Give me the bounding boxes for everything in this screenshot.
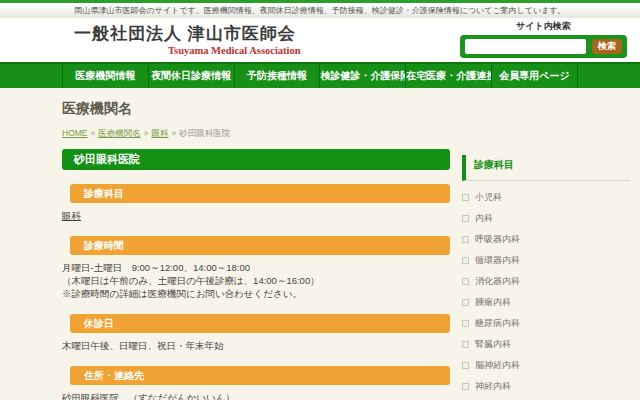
department-link[interactable]: 眼科 [62,210,81,221]
breadcrumb-ophthalmology[interactable]: 眼科 [151,128,168,138]
sidebar-title: 診療科目 [462,155,630,181]
square-bullet-icon [462,278,469,285]
breadcrumb-current: 砂田眼科医院 [179,128,230,138]
closed-days-line: 木曜日午後、日曜日、祝日・年末年始 [62,339,450,352]
site-header: 一般社団法人 津山市医師会 Tsuyama Medical Associatio… [0,18,640,62]
breadcrumb-home[interactable]: HOME [62,128,88,138]
nav-item-medical-institutions[interactable]: 医療機関情報 [62,64,148,88]
section-heading-departments: 診療科目 [70,184,450,203]
sidebar-item-label: 神経内科 [475,380,511,393]
square-bullet-icon [462,215,469,222]
square-bullet-icon [462,236,469,243]
square-bullet-icon [462,362,469,369]
hours-disclaimer: ※診療時間の詳細は医療機関にお問い合わせください。 [62,287,450,300]
main-column: 砂田眼科医院 診療科目 眼科 診療時間 月曜日-土曜日 9:00～12:00、1… [62,149,450,400]
search-button[interactable]: 検索 [592,39,622,54]
sidebar-item-label: 腎臓内科 [475,338,511,351]
square-bullet-icon [462,320,469,327]
search-input[interactable] [465,39,586,54]
clinic-name-kana: 砂田眼科医院 （すなだがんかいいん） [62,391,450,400]
sidebar-item-neurology-brain[interactable]: 脳神経内科 [462,355,630,376]
square-bullet-icon [462,257,469,264]
nav-item-members-page[interactable]: 会員専用ページ [491,64,577,88]
clinic-name-heading: 砂田眼科医院 [62,149,450,170]
nav-item-home-care[interactable]: 在宅医療・介護連携 [405,64,491,88]
sidebar-item-label: 呼吸器内科 [475,233,520,246]
sidebar-item-label: 小児科 [475,191,502,204]
site-title: 一般社団法人 津山市医師会 [74,22,296,45]
square-bullet-icon [462,341,469,348]
sidebar-item-label: 消化器内科 [475,275,520,288]
square-bullet-icon [462,383,469,390]
breadcrumb-separator: » [91,128,96,138]
section-heading-hours: 診療時間 [70,236,450,255]
nav-item-night-holiday-care[interactable]: 夜間休日診療情報 [148,64,234,88]
search-box: 検索 [460,35,627,58]
main-nav: 医療機関情報 夜間休日診療情報 予防接種情報 検診健診・介護保険 在宅医療・介護… [0,62,640,88]
nav-item-vaccination[interactable]: 予防接種情報 [234,64,320,88]
site-search: サイト内検索 検索 [460,20,627,58]
hours-line: 月曜日-土曜日 9:00～12:00、14:00～18:00 [62,261,450,274]
breadcrumb: HOME»医療機関名»眼科»砂田眼科医院 [62,128,630,140]
section-heading-address: 住所・連絡先 [70,366,450,385]
breadcrumb-institutions[interactable]: 医療機関名 [98,128,141,138]
site-notice: 岡山県津山市医師会のサイトです。医療機関情報、夜間休日診療情報、予防接種、検診健… [0,3,640,18]
sidebar-item-nephrology[interactable]: 腎臓内科 [462,334,630,355]
sidebar-item-label: 腫瘍内科 [475,296,511,309]
hours-note: （木曜日は午前のみ、土曜日の午後診療は、14:00～16:00） [62,274,450,287]
sidebar-item-label: 循環器内科 [475,254,520,267]
sidebar-item-pediatrics[interactable]: 小児科 [462,187,630,208]
section-heading-closed-days: 休診日 [70,314,450,333]
sidebar-item-label: 内科 [475,212,493,225]
page-title: 医療機関名 [62,100,630,118]
nav-item-checkup-insurance[interactable]: 検診健診・介護保険 [319,64,405,88]
breadcrumb-separator: » [171,128,176,138]
site-subtitle: Tsuyama Medical Association [168,45,301,56]
square-bullet-icon [462,194,469,201]
square-bullet-icon [462,299,469,306]
sidebar-item-label: 糖尿病内科 [475,317,520,330]
sidebar-departments: 診療科目 小児科 内科 呼吸器内科 循環器内科 消化器内科 腫瘍内科 糖尿病内科… [462,155,630,400]
sidebar-item-oncology[interactable]: 腫瘍内科 [462,292,630,313]
sidebar-item-cardiology[interactable]: 循環器内科 [462,250,630,271]
search-label: サイト内検索 [460,20,627,33]
sidebar-item-respiratory[interactable]: 呼吸器内科 [462,229,630,250]
sidebar-item-internal-medicine[interactable]: 内科 [462,208,630,229]
sidebar-item-neurology[interactable]: 神経内科 [462,376,630,397]
sidebar-item-diabetes[interactable]: 糖尿病内科 [462,313,630,334]
breadcrumb-separator: » [144,128,149,138]
sidebar-item-gastroenterology[interactable]: 消化器内科 [462,271,630,292]
content-area: 医療機関名 HOME»医療機関名»眼科»砂田眼科医院 砂田眼科医院 診療科目 眼… [0,88,640,400]
sidebar-item-label: 脳神経内科 [475,359,520,372]
